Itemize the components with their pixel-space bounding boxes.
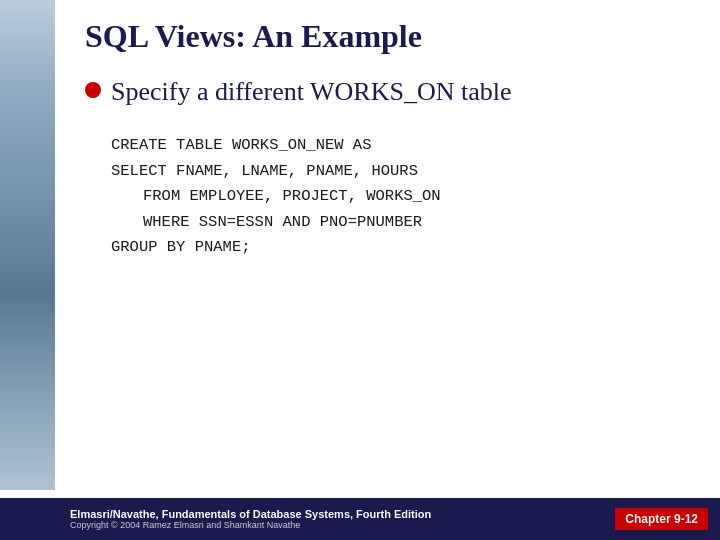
slide: SQL Views: An Example Specify a differen… [0,0,720,540]
bullet-text-1: Specify a different WORKS_ON table [111,77,512,107]
bullet-item-1: Specify a different WORKS_ON table [85,77,690,107]
code-line-3: FROM EMPLOYEE, PROJECT, WORKS_ON [143,184,690,210]
slide-title: SQL Views: An Example [85,18,690,55]
code-block: CREATE TABLE WORKS_ON_NEW AS SELECT FNAM… [111,133,690,261]
footer-left: Elmasri/Navathe, Fundamentals of Databas… [70,508,431,530]
content-area: SQL Views: An Example Specify a differen… [55,0,720,540]
code-line-4: WHERE SSN=ESSN AND PNO=PNUMBER [143,210,690,236]
code-line-1: CREATE TABLE WORKS_ON_NEW AS [111,133,690,159]
footer-title: Elmasri/Navathe, Fundamentals of Databas… [70,508,431,520]
code-line-5: GROUP BY PNAME; [111,235,690,261]
footer-copyright: Copyright © 2004 Ramez Elmasri and Shamk… [70,520,300,530]
bullet-dot [85,82,101,98]
code-line-2: SELECT FNAME, LNAME, PNAME, HOURS [111,159,690,185]
footer: Elmasri/Navathe, Fundamentals of Databas… [0,498,720,540]
left-decoration [0,0,55,490]
footer-chapter: Chapter 9-12 [615,508,708,530]
